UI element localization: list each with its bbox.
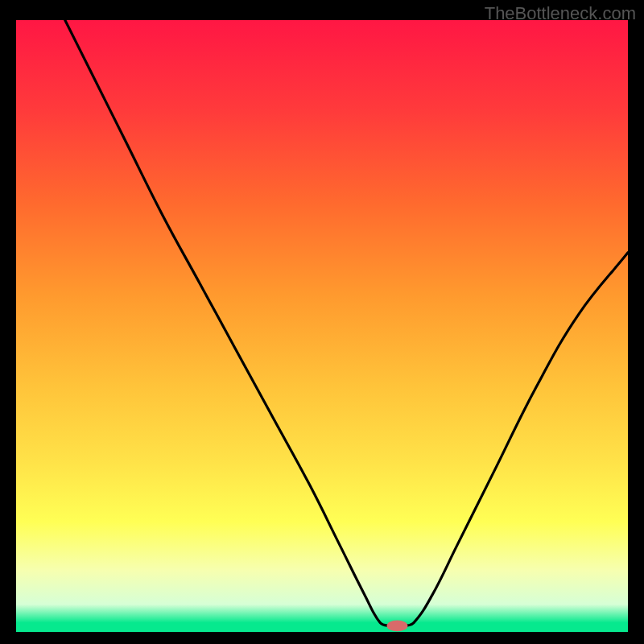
watermark-text: TheBottleneck.com [485, 3, 636, 24]
bottleneck-chart [16, 20, 628, 632]
chart-svg [16, 20, 628, 632]
optimal-marker [387, 621, 408, 632]
chart-background [16, 20, 628, 632]
